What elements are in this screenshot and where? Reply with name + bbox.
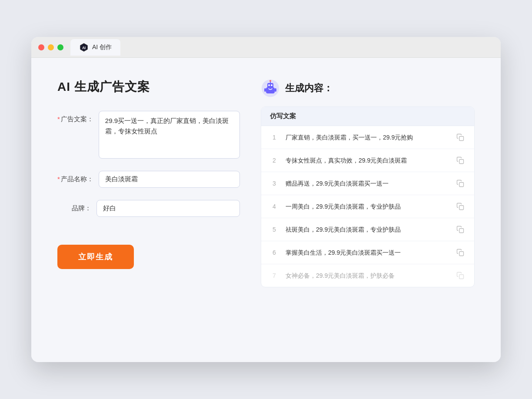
svg-rect-4: [267, 83, 273, 88]
ad-copy-label: *广告文案：: [57, 111, 99, 123]
product-name-label: *产品名称：: [57, 171, 99, 183]
browser-content: AI 生成广告文案 *广告文案： 29.9买一送一，真正的厂家直销，美白淡斑霜，…: [31, 58, 501, 362]
row-number: 2: [270, 157, 279, 164]
svg-rect-9: [264, 88, 266, 92]
row-number: 1: [270, 134, 279, 141]
browser-titlebar: AI AI 创作: [31, 37, 501, 58]
svg-point-8: [269, 80, 271, 82]
browser-window: AI AI 创作 AI 生成广告文案 *广告文案： 29.9买一送一，真正的厂家…: [31, 37, 501, 362]
row-number: 6: [270, 249, 279, 256]
traffic-lights: [38, 44, 63, 50]
svg-rect-11: [459, 136, 464, 141]
result-table: 仿写文案 1厂家直销，美白淡斑霜，买一送一，29.9元抢购 2专抹女性斑点，真实…: [261, 106, 475, 287]
table-row: 6掌握美白生活，29.9元美白淡斑霜买一送一: [261, 241, 474, 264]
brand-label: 品牌：: [57, 200, 96, 213]
result-title: 生成内容：: [285, 82, 333, 95]
row-number: 7: [270, 272, 279, 279]
svg-point-6: [271, 84, 273, 86]
browser-tab[interactable]: AI AI 创作: [70, 39, 120, 56]
svg-rect-15: [459, 229, 464, 233]
svg-rect-17: [459, 275, 464, 279]
ad-copy-group: *广告文案： 29.9买一送一，真正的厂家直销，美白淡斑霜，专抹女性斑点: [57, 111, 240, 159]
row-text: 赠品再送，29.9元美白淡斑霜买一送一: [286, 179, 448, 188]
svg-rect-12: [459, 160, 464, 164]
generate-button[interactable]: 立即生成: [57, 245, 134, 269]
product-name-group: *产品名称：: [57, 171, 240, 188]
table-row: 4一周美白，29.9元美白淡斑霜，专业护肤品: [261, 195, 474, 218]
row-text: 专抹女性斑点，真实功效，29.9元美白淡斑霜: [286, 156, 448, 165]
row-text: 厂家直销，美白淡斑霜，买一送一，29.9元抢购: [286, 133, 448, 142]
copy-icon[interactable]: [455, 155, 466, 166]
brand-input[interactable]: [96, 200, 240, 217]
svg-text:AI: AI: [82, 46, 86, 50]
copy-icon[interactable]: [455, 178, 466, 189]
copy-icon[interactable]: [455, 247, 466, 258]
close-button[interactable]: [38, 44, 44, 50]
svg-point-5: [268, 84, 270, 86]
row-text: 祛斑美白，29.9元美白淡斑霜，专业护肤品: [286, 225, 448, 234]
page-title: AI 生成广告文案: [57, 79, 240, 95]
row-number: 3: [270, 180, 279, 187]
tab-label: AI 创作: [92, 43, 112, 51]
product-name-input[interactable]: [99, 171, 240, 188]
left-panel: AI 生成广告文案 *广告文案： 29.9买一送一，真正的厂家直销，美白淡斑霜，…: [57, 79, 240, 287]
copy-icon[interactable]: [455, 270, 466, 281]
brand-group: 品牌：: [57, 200, 240, 217]
result-header: 生成内容：: [261, 79, 475, 98]
row-text: 女神必备，29.9元美白淡斑霜，护肤必备: [286, 271, 448, 280]
robot-icon: [261, 79, 280, 98]
row-number: 5: [270, 226, 279, 233]
table-row: 3赠品再送，29.9元美白淡斑霜买一送一: [261, 172, 474, 195]
required-star-product: *: [57, 175, 60, 183]
table-row: 1厂家直销，美白淡斑霜，买一送一，29.9元抢购: [261, 126, 474, 149]
row-number: 4: [270, 203, 279, 210]
row-text: 一周美白，29.9元美白淡斑霜，专业护肤品: [286, 202, 448, 211]
copy-icon[interactable]: [455, 224, 466, 235]
result-table-header: 仿写文案: [261, 107, 474, 126]
table-row: 5祛斑美白，29.9元美白淡斑霜，专业护肤品: [261, 218, 474, 241]
row-text: 掌握美白生活，29.9元美白淡斑霜买一送一: [286, 248, 448, 257]
copy-icon[interactable]: [455, 132, 466, 143]
svg-rect-14: [459, 206, 464, 210]
ad-copy-input[interactable]: 29.9买一送一，真正的厂家直销，美白淡斑霜，专抹女性斑点: [99, 111, 240, 159]
required-star-ad: *: [57, 115, 60, 123]
ai-tab-icon: AI: [79, 43, 89, 52]
table-row: 2专抹女性斑点，真实功效，29.9元美白淡斑霜: [261, 149, 474, 172]
svg-rect-13: [459, 183, 464, 187]
svg-rect-3: [266, 87, 275, 93]
table-row: 7女神必备，29.9元美白淡斑霜，护肤必备: [261, 264, 474, 287]
minimize-button[interactable]: [48, 44, 54, 50]
main-layout: AI 生成广告文案 *广告文案： 29.9买一送一，真正的厂家直销，美白淡斑霜，…: [57, 79, 475, 287]
result-rows-container: 1厂家直销，美白淡斑霜，买一送一，29.9元抢购 2专抹女性斑点，真实功效，29…: [261, 126, 474, 287]
maximize-button[interactable]: [57, 44, 63, 50]
right-panel: 生成内容： 仿写文案 1厂家直销，美白淡斑霜，买一送一，29.9元抢购 2专抹女…: [261, 79, 475, 287]
svg-rect-10: [275, 88, 276, 92]
svg-rect-16: [459, 252, 464, 256]
copy-icon[interactable]: [455, 201, 466, 212]
